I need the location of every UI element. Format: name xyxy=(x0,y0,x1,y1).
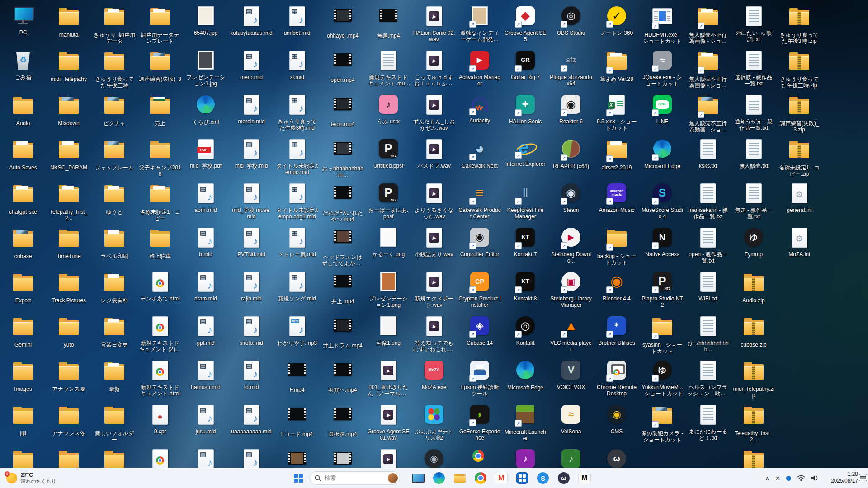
desktop-icon[interactable]: 新規テキストドキュメント.html xyxy=(139,359,181,397)
desktop-icon[interactable]: ♪hamusu.mid xyxy=(184,359,227,390)
desktop-icon[interactable]: ↗Microsoft Edge xyxy=(641,137,684,169)
desktop-icon[interactable]: ヘッドフォンはずしててよかっt.mp4 xyxy=(321,226,364,267)
desktop-icon[interactable]: ♪jusu.mid xyxy=(184,403,227,435)
desktop-icon[interactable]: ↗syasinn - ショートカット xyxy=(641,314,684,354)
bluetooth-tray-icon[interactable] xyxy=(786,476,791,481)
taskbar-gmail-icon[interactable]: M xyxy=(492,469,510,487)
action-center-icon[interactable] xyxy=(859,474,867,481)
desktop-icon[interactable]: ♪PVTNd.mid xyxy=(230,226,273,258)
desktop-icon[interactable]: ↗無人販売不正行為画像 - ショートカット xyxy=(687,49,729,89)
desktop-icon[interactable]: ♪b.mid xyxy=(184,226,227,258)
desktop-icon[interactable]: PNT2Untitled.ppsf xyxy=(367,137,410,169)
desktop-icon[interactable]: 新規テキストドキュメント.musicxml xyxy=(367,49,410,87)
desktop-icon[interactable]: open - 親作品一覧.txt xyxy=(687,226,729,264)
desktop-icon[interactable]: 営業日変更 xyxy=(93,314,136,348)
desktop-icon[interactable]: 調声練習(失敗)_3 xyxy=(139,49,181,82)
desktop-icon[interactable]: 画像1.png xyxy=(367,314,410,346)
desktop-icon[interactable]: Images xyxy=(2,359,44,392)
desktop-icon[interactable]: +↗HALion Sonic xyxy=(504,93,547,125)
desktop-icon[interactable]: プレゼンテーション1.png xyxy=(367,270,410,308)
desktop-icon[interactable]: 通知うぜえ - 親作品一覧.txt xyxy=(732,93,775,131)
desktop-icon[interactable]: ↗REAPER (x64) xyxy=(550,137,592,169)
desktop-icon[interactable]: ▶答え知ってでもむずいわこれ.wav xyxy=(413,314,455,352)
desktop-icon[interactable]: KT↗Kontakt 8 xyxy=(504,270,547,302)
desktop-icon[interactable]: きゅうり食ってた午後三時.zip xyxy=(778,49,821,89)
desktop-icon[interactable]: レジ袋有料 xyxy=(93,270,136,304)
desktop-icon[interactable]: 井上ドラム.mp4 xyxy=(321,314,364,349)
desktop-icon[interactable]: 調声用データテンプレート xyxy=(139,5,181,44)
desktop-icon[interactable]: ♪mid_学校.mid xyxy=(230,137,273,169)
desktop-icon[interactable]: midi_Telepathy.zip xyxy=(732,359,775,399)
desktop-icon[interactable]: ↗家の防犯カメラ - ショートカット xyxy=(641,403,684,443)
desktop-icon[interactable]: ♪きゅうり食ってた午後3時.mid xyxy=(276,93,318,131)
desktop-icon[interactable]: ♪メドレー風.mid xyxy=(276,226,318,258)
desktop-icon[interactable]: ≈VoiSona xyxy=(550,403,592,435)
desktop-icon[interactable]: 65407.jpg xyxy=(184,5,227,36)
desktop-icon[interactable]: Track Pictures xyxy=(47,270,90,304)
desktop-icon[interactable]: jijii xyxy=(2,403,44,436)
desktop-icon[interactable]: X↗9.5.xlsx - ショートカット xyxy=(595,93,638,131)
desktop-icon[interactable]: LINE↗LINE xyxy=(641,93,684,125)
desktop-icon[interactable]: 無題.mp4 xyxy=(367,5,410,39)
desktop-icon[interactable]: 新規テキストドキュメント (2).html xyxy=(139,314,181,352)
desktop-icon[interactable]: テンポあて.html xyxy=(139,270,181,302)
desktop-icon[interactable]: ↗Chrome Remote Desktop xyxy=(595,359,638,397)
desktop-icon[interactable]: ▶新規エクスポート.wav xyxy=(413,270,455,308)
taskbar-edge-icon[interactable] xyxy=(430,469,448,487)
desktop-icon[interactable]: ♪新規ソング.mid xyxy=(276,270,318,302)
desktop-icon[interactable]: おっhhhhhhhhhhhh... xyxy=(321,137,364,178)
tray-close-icon[interactable]: ✕ xyxy=(775,475,780,482)
desktop-icon[interactable]: ▶HALion Sonic 02.wav xyxy=(413,5,455,42)
desktop-icon[interactable]: ◕↗Cakewalk Next xyxy=(458,137,501,169)
desktop-icon[interactable]: ▶バスドラ.wav xyxy=(413,137,455,169)
desktop-icon[interactable]: ♪aorin.mid xyxy=(184,182,227,213)
desktop-icon[interactable]: GR↗Guitar Rig 7 xyxy=(504,49,547,80)
desktop-icon[interactable]: ↗Audacity xyxy=(458,93,501,124)
desktop-icon[interactable]: ▶↗Activation Manager xyxy=(458,49,501,87)
desktop-icon[interactable]: だれだFXいれたやつ.mp4 xyxy=(321,182,364,222)
desktop-icon[interactable]: CP↗Crypton Product Installer xyxy=(458,270,501,308)
desktop-icon[interactable]: ▶ずんだもん_しおかぜふ.wav xyxy=(413,93,455,131)
desktop-icon[interactable]: Export xyxy=(2,270,44,304)
desktop-icon[interactable]: open.mp4 xyxy=(321,49,364,83)
desktop-icon[interactable]: sfz↗Plogue sforzando x64 xyxy=(550,49,592,87)
desktop-icon[interactable]: PC xyxy=(2,5,44,36)
desktop-icon[interactable]: Auto Saves xyxy=(2,137,44,171)
desktop-icon[interactable]: ♪タイトル未設定.tempo.orig1.mid xyxy=(276,182,318,220)
desktop-icon[interactable]: 無人販売.txt xyxy=(732,137,775,169)
desktop-icon[interactable]: teion.mp4 xyxy=(321,93,364,127)
desktop-icon[interactable]: ohhayo-.mp4 xyxy=(321,5,364,39)
taskbar-discord-icon[interactable]: ω xyxy=(555,469,573,487)
desktop-icon[interactable]: ◉↗Blender 4.4 xyxy=(595,270,638,302)
desktop-icon[interactable]: KT↗Kontakt 7 xyxy=(504,226,547,258)
desktop-icon[interactable]: ◉CMS xyxy=(595,403,638,435)
desktop-icon[interactable]: ♪mero.mid xyxy=(230,49,273,80)
desktop-icon[interactable]: ▣↗Steinberg Library Manager xyxy=(550,270,592,308)
desktop-icon[interactable]: ＊↗Brother Utilities xyxy=(595,314,638,346)
desktop-icon[interactable]: Mixdown xyxy=(47,93,90,127)
desktop-icon[interactable]: VVOICEVOX xyxy=(550,359,592,390)
desktop-icon[interactable]: アナウンス冬 xyxy=(47,403,90,436)
desktop-icon[interactable]: ヘルスコンプラッシュン＿歌詞.txt xyxy=(687,359,729,397)
desktop-icon[interactable]: ゆうと xyxy=(93,182,136,215)
desktop-icon[interactable]: ♪うみ.ustx xyxy=(367,93,410,125)
desktop-icon[interactable]: ▶Groove Agent SE 01.wav xyxy=(367,403,410,441)
desktop-icon[interactable]: ◈↗Cubase 14 xyxy=(458,314,501,346)
wifi-icon[interactable] xyxy=(797,475,805,481)
desktop-icon[interactable]: yuto xyxy=(47,314,90,348)
desktop-icon[interactable]: きゅうり食ってた午後三時 xyxy=(93,49,136,89)
desktop-icon[interactable]: NKSC_PARAM xyxy=(47,137,90,171)
desktop-icon[interactable]: PDFmid_学校.pdf xyxy=(184,137,227,169)
desktop-icon[interactable]: ksks.txt xyxy=(687,137,729,169)
desktop-icon[interactable]: ↗筆まめ Ver.28 xyxy=(595,49,638,82)
desktop-icon[interactable]: ゆ↗YukkuriMovieM... - ショートカット xyxy=(641,359,684,397)
desktop-icon[interactable]: 路上駐車 xyxy=(139,226,181,259)
weather-widget[interactable]: 6 27°C 晴れのちくもり xyxy=(4,468,59,488)
desktop-icon[interactable]: N↗Native Access xyxy=(641,226,684,258)
desktop-icon[interactable]: cubase xyxy=(2,226,44,259)
desktop-icon[interactable]: midi_Telepathy xyxy=(47,49,90,82)
desktop-icon[interactable]: WIFI.txt xyxy=(687,270,729,302)
desktop-icon[interactable]: ♪kotusytuaaus.mid xyxy=(230,5,273,36)
desktop-icon[interactable]: Microsoft Edge xyxy=(504,359,547,391)
desktop-icon[interactable]: ♪dram.mid xyxy=(184,270,227,302)
